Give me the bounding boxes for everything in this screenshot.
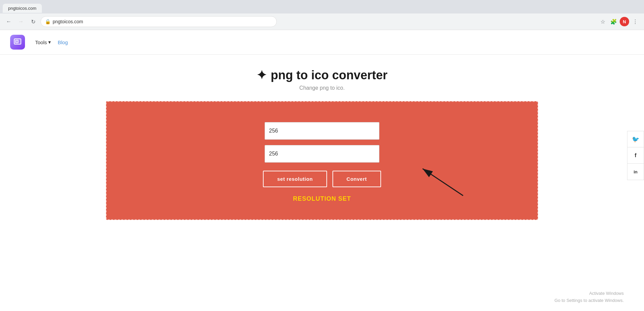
star-button[interactable]: ☆ <box>598 17 608 26</box>
user-avatar[interactable]: N <box>620 17 629 26</box>
reload-button[interactable]: ↻ <box>28 17 38 26</box>
linkedin-button[interactable]: in <box>627 164 644 180</box>
linkedin-icon: in <box>634 169 638 174</box>
windows-watermark: Activate Windows Go to Settings to activ… <box>555 290 624 304</box>
navbar-links: Tools ▾ Blog <box>35 39 68 45</box>
page-subtitle: Change png to ico. <box>299 85 345 91</box>
svg-rect-1 <box>16 40 18 43</box>
dropdown-icon: ▾ <box>48 39 51 45</box>
back-button[interactable]: ← <box>4 17 14 26</box>
browser-chrome: pngtoicos.com ← → ↻ 🔒 pngtoicos.com ☆ 🧩 … <box>0 0 644 30</box>
arrow-annotation <box>402 159 470 199</box>
twitter-button[interactable]: 🐦 <box>627 131 644 147</box>
blog-link[interactable]: Blog <box>58 39 68 45</box>
status-text: RESOLUTION SET <box>293 195 351 202</box>
extensions-button[interactable]: 🧩 <box>609 17 618 26</box>
address-bar[interactable]: 🔒 pngtoicos.com <box>41 16 277 27</box>
facebook-button[interactable]: f <box>627 147 644 164</box>
url-text: pngtoicos.com <box>53 19 83 24</box>
converter-panel: set resolution Convert RESOLUTION SET <box>106 101 538 220</box>
navbar: Tools ▾ Blog <box>0 30 644 55</box>
width-input[interactable] <box>265 122 379 140</box>
svg-line-3 <box>423 169 463 196</box>
height-input[interactable] <box>265 145 379 163</box>
social-sidebar: 🐦 f in <box>627 131 644 180</box>
lock-icon: 🔒 <box>45 19 51 24</box>
page-title: ✦ png to ico converter <box>257 68 387 82</box>
title-icon: ✦ <box>257 68 267 82</box>
twitter-icon: 🐦 <box>632 136 639 143</box>
main-content: ✦ png to ico converter Change png to ico… <box>0 55 644 227</box>
site-logo[interactable] <box>10 35 25 50</box>
browser-actions: ☆ 🧩 N ⋮ <box>598 17 640 26</box>
address-bar-row: ← → ↻ 🔒 pngtoicos.com ☆ 🧩 N ⋮ <box>0 13 644 30</box>
page-content: Tools ▾ Blog ✦ png to ico converter Chan… <box>0 30 644 311</box>
set-resolution-button[interactable]: set resolution <box>263 171 327 187</box>
convert-button[interactable]: Convert <box>332 171 381 187</box>
tab-bar: pngtoicos.com <box>0 0 644 13</box>
facebook-icon: f <box>635 152 636 159</box>
tools-menu[interactable]: Tools ▾ <box>35 39 51 45</box>
browser-tab[interactable]: pngtoicos.com <box>3 4 42 13</box>
forward-button[interactable]: → <box>16 17 26 26</box>
menu-button[interactable]: ⋮ <box>630 17 640 26</box>
buttons-row: set resolution Convert <box>263 171 381 187</box>
